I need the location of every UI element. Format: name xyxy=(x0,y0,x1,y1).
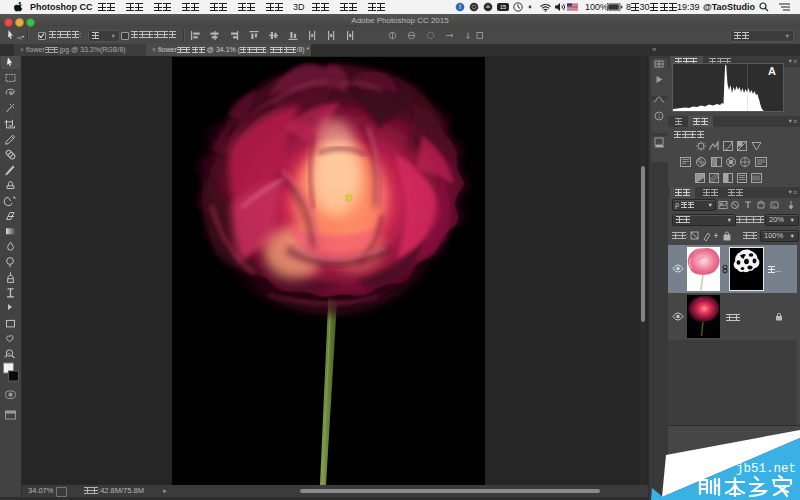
svg-text:L: L xyxy=(773,202,776,208)
svg-text:15: 15 xyxy=(500,4,506,10)
svg-text:jb51.net: jb51.net xyxy=(736,462,796,476)
